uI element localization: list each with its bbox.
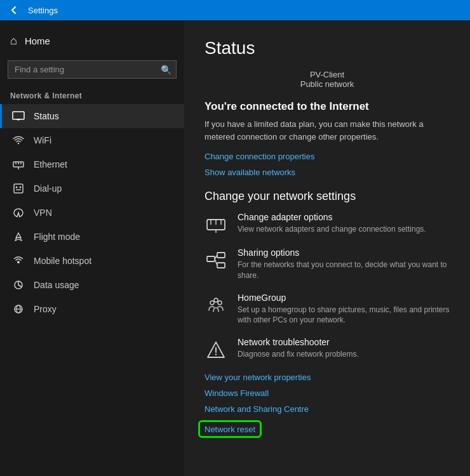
svg-point-30 bbox=[214, 298, 218, 302]
sidebar-item-status[interactable]: Status bbox=[0, 104, 184, 128]
settings-item-homegroup[interactable]: HomeGroup Set up a homegroup to share pi… bbox=[205, 293, 450, 326]
adapter-title: Change adapter options bbox=[238, 212, 426, 222]
svg-rect-23 bbox=[207, 256, 215, 261]
settings-item-sharing[interactable]: Sharing options For the networks that yo… bbox=[205, 248, 450, 281]
settings-item-troubleshooter[interactable]: Network troubleshooter Diagnose and fix … bbox=[205, 337, 450, 361]
flight-mode-icon bbox=[12, 232, 25, 242]
main-layout: ⌂ Home 🔍 Network & Internet Status bbox=[0, 20, 470, 476]
troubleshooter-title: Network troubleshooter bbox=[238, 337, 359, 347]
sharing-title: Sharing options bbox=[238, 248, 450, 258]
sidebar-section-title: Network & Internet bbox=[0, 84, 184, 104]
page-title: Status bbox=[205, 38, 450, 58]
svg-point-3 bbox=[18, 143, 19, 144]
home-icon: ⌂ bbox=[10, 34, 17, 48]
svg-point-32 bbox=[215, 354, 217, 355]
change-settings-title: Change your network settings bbox=[205, 190, 450, 203]
sharing-desc: For the networks that you connect to, de… bbox=[238, 260, 450, 281]
svg-point-10 bbox=[16, 187, 18, 188]
svg-point-28 bbox=[210, 301, 214, 305]
titlebar-title: Settings bbox=[28, 6, 58, 15]
network-name: PV-Client bbox=[205, 70, 450, 79]
svg-line-27 bbox=[215, 259, 217, 265]
sidebar-item-home[interactable]: ⌂ Home bbox=[0, 27, 184, 55]
sharing-icon bbox=[205, 249, 227, 272]
settings-item-adapter[interactable]: Change adapter options View network adap… bbox=[205, 212, 450, 236]
sidebar-item-vpn-label: VPN bbox=[34, 208, 52, 218]
sidebar-item-ethernet[interactable]: Ethernet bbox=[0, 152, 184, 176]
network-reset-link[interactable]: Network reset bbox=[205, 425, 255, 434]
homegroup-desc: Set up a homegroup to share pictures, mu… bbox=[238, 305, 450, 326]
vpn-icon bbox=[12, 208, 25, 218]
connection-status: You're connected to the Internet bbox=[205, 100, 450, 113]
status-icon bbox=[12, 111, 25, 121]
sidebar-item-mobilehotspot-label: Mobile hotspot bbox=[34, 256, 91, 266]
svg-rect-25 bbox=[217, 263, 225, 268]
mobile-hotspot-icon bbox=[12, 256, 25, 266]
sidebar-item-flightmode-label: Flight mode bbox=[34, 232, 80, 242]
sidebar-item-dialup[interactable]: Dial-up bbox=[0, 176, 184, 201]
dialup-icon bbox=[12, 183, 25, 194]
search-wrapper: 🔍 bbox=[0, 55, 184, 84]
troubleshooter-icon bbox=[205, 338, 227, 361]
sharing-text: Sharing options For the networks that yo… bbox=[238, 248, 450, 281]
windows-firewall-link[interactable]: Windows Firewall bbox=[205, 388, 450, 398]
homegroup-icon bbox=[205, 294, 227, 317]
search-input[interactable] bbox=[8, 60, 177, 79]
svg-rect-24 bbox=[217, 253, 225, 258]
adapter-text: Change adapter options View network adap… bbox=[238, 212, 426, 235]
sidebar-item-datausage[interactable]: Data usage bbox=[0, 273, 184, 297]
sharing-centre-link[interactable]: Network and Sharing Centre bbox=[205, 404, 450, 414]
network-type: Public network bbox=[205, 79, 450, 89]
sidebar-item-proxy[interactable]: Proxy bbox=[0, 297, 184, 321]
sidebar-item-flightmode[interactable]: Flight mode bbox=[0, 225, 184, 249]
show-networks-link[interactable]: Show available networks bbox=[205, 168, 450, 177]
ethernet-icon bbox=[12, 159, 25, 169]
adapter-icon bbox=[205, 213, 227, 236]
network-name-block: PV-Client Public network bbox=[205, 70, 450, 89]
sidebar-item-datausage-label: Data usage bbox=[34, 280, 79, 290]
homegroup-text: HomeGroup Set up a homegroup to share pi… bbox=[238, 293, 450, 326]
proxy-icon bbox=[12, 304, 25, 314]
back-button[interactable] bbox=[6, 3, 22, 18]
sidebar-item-mobilehotspot[interactable]: Mobile hotspot bbox=[0, 249, 184, 273]
troubleshooter-text: Network troubleshooter Diagnose and fix … bbox=[238, 337, 359, 360]
view-network-properties-link[interactable]: View your network properties bbox=[205, 373, 450, 382]
wifi-icon bbox=[12, 135, 25, 145]
sidebar-item-ethernet-label: Ethernet bbox=[34, 159, 67, 169]
svg-point-11 bbox=[20, 187, 22, 188]
sidebar-item-wifi[interactable]: WiFi bbox=[0, 128, 184, 152]
sidebar-item-dialup-label: Dial-up bbox=[34, 183, 62, 194]
adapter-desc: View network adapters and change connect… bbox=[238, 224, 426, 235]
content-area: Status PV-Client Public network You're c… bbox=[184, 20, 470, 476]
homegroup-title: HomeGroup bbox=[238, 293, 450, 303]
troubleshooter-desc: Diagnose and fix network problems. bbox=[238, 349, 359, 360]
sidebar-item-status-label: Status bbox=[34, 111, 59, 121]
svg-rect-0 bbox=[13, 112, 24, 119]
bottom-links: View your network properties Windows Fir… bbox=[205, 373, 450, 434]
data-usage-icon bbox=[12, 280, 25, 290]
titlebar: Settings bbox=[0, 0, 470, 20]
sidebar-item-wifi-label: WiFi bbox=[34, 135, 51, 145]
svg-point-29 bbox=[218, 301, 222, 305]
connection-desc: If you have a limited data plan, you can… bbox=[205, 118, 450, 143]
svg-point-13 bbox=[17, 261, 20, 263]
sidebar-item-vpn[interactable]: VPN bbox=[0, 201, 184, 225]
svg-rect-9 bbox=[14, 184, 23, 193]
sidebar-item-proxy-label: Proxy bbox=[34, 304, 57, 314]
change-connection-link[interactable]: Change connection properties bbox=[205, 152, 450, 161]
sidebar: ⌂ Home 🔍 Network & Internet Status bbox=[0, 20, 184, 476]
network-reset-wrapper: Network reset bbox=[205, 424, 255, 434]
sidebar-home-label: Home bbox=[25, 36, 50, 46]
